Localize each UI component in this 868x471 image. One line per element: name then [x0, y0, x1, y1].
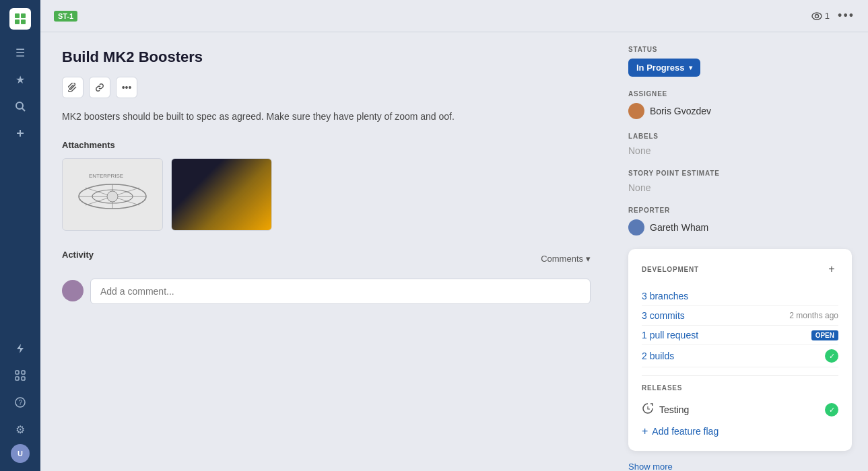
topbar: ST-1 1 •••	[40, 0, 868, 32]
development-add-button[interactable]: +	[825, 262, 838, 276]
story-points-section: STORY POINT ESTIMATE None	[628, 170, 852, 193]
reporter-avatar	[628, 219, 644, 236]
topbar-left: ST-1	[54, 11, 77, 22]
issue-toolbar: •••	[62, 77, 591, 98]
sidebar-hamburger-icon[interactable]: ☰	[8, 40, 32, 65]
builds-status-icon: ✓	[825, 349, 838, 363]
assignee-avatar	[628, 103, 644, 119]
svg-rect-0	[15, 13, 20, 18]
svg-point-15	[812, 13, 822, 20]
pull-request-text: 1 pull request	[642, 330, 698, 340]
svg-rect-9	[15, 371, 19, 374]
testing-status-icon: ✓	[825, 403, 838, 416]
testing-release-row[interactable]: Testing ✓	[642, 400, 838, 420]
svg-marker-8	[17, 344, 24, 353]
content-area: Build MK2 Boosters ••• MK2 boosters shou…	[40, 32, 868, 471]
status-section: STATUS In Progress ▾	[628, 46, 852, 77]
svg-point-23	[107, 191, 118, 202]
sidebar: ☰ ★ ?	[0, 0, 40, 471]
attachments-section-title: Attachments	[62, 140, 591, 150]
comments-filter-arrow: ▾	[586, 254, 591, 264]
commits-row[interactable]: 3 commits 2 months ago	[642, 306, 838, 326]
reporter-label: REPORTER	[628, 207, 852, 214]
assignee-row[interactable]: Boris Gvozdev	[628, 103, 852, 119]
sidebar-user-avatar[interactable]: U	[11, 444, 30, 463]
issue-description: MK2 boosters should be built to spec as …	[62, 109, 591, 124]
watch-button[interactable]: 1	[811, 11, 830, 22]
attachments-list: ENTERPRISE	[62, 158, 591, 231]
more-toolbar-button[interactable]: •••	[116, 77, 137, 98]
sidebar-help-icon[interactable]: ?	[8, 390, 32, 414]
sidebar-add-icon[interactable]	[8, 121, 32, 145]
sidebar-star-icon[interactable]: ★	[8, 67, 32, 92]
link-button[interactable]	[89, 77, 110, 98]
testing-label: Testing	[659, 404, 689, 415]
commits-age: 2 months ago	[789, 311, 838, 320]
assignee-name: Boris Gvozdev	[650, 106, 711, 116]
sidebar-bolt-icon[interactable]	[8, 336, 32, 361]
status-dropdown-arrow: ▾	[689, 64, 692, 71]
comments-filter[interactable]: Comments ▾	[541, 254, 591, 264]
svg-line-5	[22, 108, 25, 111]
more-options-button[interactable]: •••	[838, 9, 855, 23]
reporter-name: Gareth Wham	[650, 222, 708, 233]
comment-input[interactable]	[90, 279, 591, 304]
builds-text: 2 builds	[642, 351, 674, 361]
development-label: DEVELOPMENT	[642, 266, 699, 273]
topbar-right: 1 •••	[811, 9, 855, 23]
branches-row[interactable]: 3 branches	[642, 287, 838, 306]
right-panel: STATUS In Progress ▾ ASSIGNEE Boris Gvoz…	[612, 32, 868, 471]
pull-request-status: OPEN	[811, 330, 838, 340]
assignee-section: ASSIGNEE Boris Gvozdev	[628, 90, 852, 119]
releases-label: RELEASES	[642, 384, 838, 392]
builds-row[interactable]: 2 builds ✓	[642, 345, 838, 367]
comment-row	[62, 279, 591, 304]
svg-text:?: ?	[19, 399, 23, 406]
labels-label: LABELS	[628, 133, 852, 140]
main-area: ST-1 1 ••• Build MK2 Boosters	[40, 0, 868, 471]
svg-text:ENTERPRISE: ENTERPRISE	[89, 173, 123, 179]
branches-text: 3 branches	[642, 291, 688, 301]
reporter-row[interactable]: Gareth Wham	[628, 219, 852, 236]
assignee-label: ASSIGNEE	[628, 90, 852, 98]
add-feature-flag-row[interactable]: + Add feature flag	[642, 425, 838, 437]
testing-release-left: Testing	[642, 402, 689, 417]
svg-rect-12	[22, 377, 25, 380]
watch-count: 1	[825, 11, 830, 21]
attachment-explosion[interactable]	[171, 158, 272, 231]
commits-text: 3 commits	[642, 310, 685, 321]
svg-point-4	[16, 102, 23, 109]
status-badge[interactable]: In Progress ▾	[628, 59, 700, 77]
svg-rect-10	[22, 371, 25, 374]
svg-rect-11	[15, 377, 19, 380]
activity-title: Activity	[62, 250, 94, 260]
add-flag-label: Add feature flag	[652, 426, 719, 437]
comments-filter-label: Comments	[541, 254, 583, 264]
sidebar-settings-icon[interactable]: ⚙	[8, 417, 32, 441]
labels-value: None	[628, 145, 852, 156]
labels-section: LABELS None	[628, 133, 852, 156]
ticket-id-badge[interactable]: ST-1	[54, 11, 77, 22]
user-avatar	[62, 280, 84, 301]
issue-title: Build MK2 Boosters	[62, 48, 591, 66]
releases-divider	[642, 375, 838, 376]
sidebar-logo[interactable]	[9, 8, 31, 30]
sidebar-search-icon[interactable]	[8, 94, 32, 118]
show-more-link[interactable]: Show more	[628, 462, 852, 471]
attach-button[interactable]	[62, 77, 84, 98]
release-icon	[642, 402, 654, 417]
svg-rect-2	[15, 20, 20, 24]
issue-body: Build MK2 Boosters ••• MK2 boosters shou…	[40, 32, 612, 471]
development-header: DEVELOPMENT +	[642, 262, 838, 276]
svg-rect-3	[21, 20, 26, 24]
status-label: STATUS	[628, 46, 852, 53]
development-panel: DEVELOPMENT + 3 branches 3 commits 2 mon…	[628, 249, 852, 451]
reporter-section: REPORTER Gareth Wham	[628, 207, 852, 236]
svg-point-16	[815, 14, 818, 17]
story-points-value: None	[628, 182, 852, 193]
pull-request-row[interactable]: 1 pull request OPEN	[642, 326, 838, 345]
add-flag-plus-icon: +	[642, 425, 648, 437]
sidebar-grid-icon[interactable]	[8, 363, 32, 388]
story-points-label: STORY POINT ESTIMATE	[628, 170, 852, 177]
attachment-spacecraft[interactable]: ENTERPRISE	[62, 158, 163, 231]
